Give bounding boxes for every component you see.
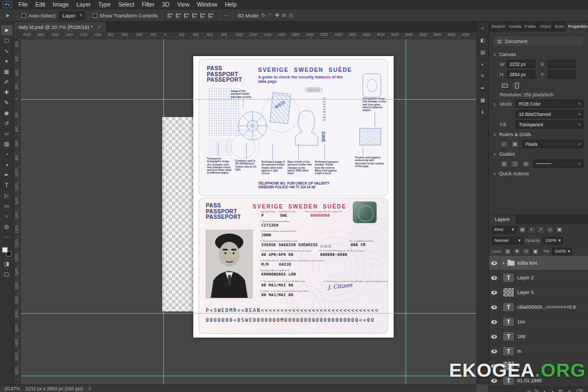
dodge-tool[interactable]: ◑ (1, 160, 13, 170)
status-arrow-icon[interactable]: > (88, 386, 91, 391)
brushes-panel-icon[interactable]: ✎ (479, 72, 487, 80)
ruler-icon[interactable]: ⊏ (500, 140, 509, 148)
panel-tab-histor[interactable]: Histor (537, 22, 552, 32)
menu-item-view[interactable]: View (173, 1, 193, 8)
opacity-dropdown[interactable]: 100% ▾ (542, 237, 563, 244)
menu-item-window[interactable]: Window (193, 1, 221, 8)
rulers-grids-section-header[interactable]: ∨ Rulers & Grids (489, 130, 588, 139)
blur-tool[interactable]: ◔ (1, 149, 13, 160)
lock-guides-icon[interactable]: ▤ (522, 160, 530, 168)
filter-adjustment-layers-icon[interactable]: ◐ (528, 226, 536, 234)
move-tool[interactable]: ➤ (1, 25, 13, 35)
visibility-cell[interactable] (489, 300, 500, 314)
healing-brush-tool[interactable]: ✚ (1, 87, 13, 97)
panel-tab-actio[interactable]: Actio (553, 22, 566, 32)
height-input[interactable]: 2854 px (507, 70, 535, 78)
crop-tool[interactable]: ▦ (1, 66, 13, 77)
clone-stamp-tool[interactable]: ◉ (1, 108, 13, 118)
layer-row[interactable]: Layer 3 (489, 285, 588, 300)
layer-row[interactable]: Tcilia000000...<<<<<<<<0 8 (489, 300, 588, 315)
align-left-icon[interactable] (168, 13, 173, 18)
visibility-cell[interactable] (489, 256, 500, 270)
quick-mask-icon[interactable]: ◨ (1, 259, 13, 269)
visibility-eye-icon[interactable] (491, 261, 497, 265)
info-panel-icon[interactable]: ℹ (479, 108, 487, 116)
bit-depth-dropdown[interactable]: 16 Bits/Channel ▾ (516, 110, 584, 118)
path-select-tool[interactable]: ▷ (1, 191, 13, 201)
vertical-ruler[interactable]: 8006004002000200400600800100012001400160… (14, 39, 21, 384)
layer-row[interactable]: ▾edita text (489, 256, 588, 271)
visibility-eye-icon[interactable] (491, 335, 497, 339)
adjustment-layer-icon[interactable]: ◑ (550, 389, 553, 392)
new-group-icon[interactable]: ▤ (558, 389, 563, 392)
3d-scale-icon[interactable]: ◰ (289, 13, 293, 18)
guide-horizontal[interactable] (21, 376, 476, 376)
marquee-tool[interactable]: ▢ (1, 35, 13, 46)
menu-item-file[interactable]: File (15, 1, 32, 8)
menu-item-select[interactable]: Select (114, 1, 138, 8)
eyedropper-tool[interactable]: ✐ (1, 77, 13, 87)
layer-mask-icon[interactable]: ◐ (543, 389, 546, 392)
gradient-tool[interactable]: ▨ (1, 139, 13, 149)
channels-panel-icon[interactable]: ▦ (479, 96, 487, 104)
filter-smart-objects-icon[interactable]: ▣ (555, 226, 564, 234)
visibility-cell[interactable] (489, 329, 500, 344)
blend-mode-dropdown[interactable]: Normal ▾ (492, 237, 523, 244)
properties-document-row[interactable]: ▤ Document (493, 35, 584, 47)
guide-vertical[interactable] (163, 39, 164, 384)
menu-item-3d[interactable]: 3D (158, 1, 173, 8)
color-panel-icon[interactable]: ◧ (479, 36, 487, 44)
visibility-cell[interactable] (489, 344, 500, 358)
paths-panel-icon[interactable]: ✒ (479, 84, 487, 92)
passport-document[interactable]: PASS PASSPORT PASSEPORT SVERIGE SWEDEN S… (193, 56, 394, 338)
group-chevron-icon[interactable]: ▾ (503, 261, 505, 266)
visibility-eye-icon[interactable] (491, 305, 497, 309)
show-transform-checkbox[interactable] (93, 13, 97, 18)
eraser-tool[interactable]: ▱ (1, 128, 13, 139)
lock-transparency-icon[interactable]: ▨ (504, 248, 512, 255)
align-center-h-icon[interactable] (176, 13, 181, 18)
visibility-cell[interactable] (489, 285, 500, 299)
panel-tab-swatch[interactable]: Swatch (489, 22, 506, 32)
layer-row[interactable]: TLayer 2 (489, 271, 588, 285)
guide-horizontal[interactable] (21, 313, 476, 314)
canvas-area[interactable]: PASS PASSPORT PASSEPORT SVERIGE SWEDEN S… (21, 39, 476, 384)
expand-panels-icon[interactable]: « (479, 24, 487, 32)
lock-pixels-icon[interactable]: ✚ (513, 248, 521, 255)
auto-select-target-dropdown[interactable]: Layer (59, 11, 84, 20)
adjustments-panel-icon[interactable]: ◐ (479, 60, 487, 68)
visibility-cell[interactable] (489, 315, 500, 329)
guide-vertical[interactable] (406, 39, 406, 384)
width-input[interactable]: 2232 px (507, 60, 535, 68)
guides-icon[interactable]: ▥ (500, 160, 509, 168)
menu-item-filter[interactable]: Filter (138, 1, 158, 8)
canvas-section-header[interactable]: ∨ Canvas (489, 50, 588, 59)
panel-tab-patter[interactable]: Patter (523, 22, 538, 32)
close-tab-icon[interactable]: × (97, 24, 101, 30)
link-dimensions-icon[interactable]: ∞ (492, 103, 497, 106)
y-input[interactable] (548, 70, 576, 78)
guide-style-dropdown[interactable]: ▾ (533, 160, 584, 168)
zoom-tool[interactable]: ◎ (1, 222, 13, 232)
quick-actions-section-header[interactable]: ∨ Quick Actions (489, 169, 588, 178)
lasso-tool[interactable]: ∿ (1, 46, 13, 56)
visibility-eye-icon[interactable] (491, 350, 497, 353)
more-options-icon[interactable]: ⋯ (224, 13, 229, 19)
panel-tab-gradie[interactable]: Gradie (506, 22, 523, 32)
horizontal-ruler[interactable]: 2000180016001400120010008006004002000200… (21, 32, 476, 39)
visibility-eye-icon[interactable] (491, 291, 497, 295)
layer-fill-dropdown[interactable]: 100% ▾ (552, 248, 572, 255)
libraries-panel-icon[interactable]: ▤ (479, 48, 487, 56)
menu-item-image[interactable]: Image (49, 1, 72, 8)
document-tab[interactable]: Italy id.psd @ 20.7% (RGB/16) * × (14, 22, 106, 32)
3d-drag-icon[interactable]: ✚ (275, 13, 279, 18)
align-top-icon[interactable] (192, 13, 198, 18)
history-brush-tool[interactable]: ↺ (1, 118, 13, 128)
canvas-fill-dropdown[interactable]: Transparent ▾ (516, 120, 584, 128)
visibility-eye-icon[interactable] (491, 320, 497, 324)
grid-icon[interactable]: ▦ (511, 140, 519, 148)
align-center-v-icon[interactable] (200, 13, 206, 18)
auto-select-checkbox[interactable] (21, 13, 26, 18)
guides-section-header[interactable]: ∨ Guides (489, 149, 588, 158)
filter-type-layers-icon[interactable]: T (537, 226, 545, 234)
